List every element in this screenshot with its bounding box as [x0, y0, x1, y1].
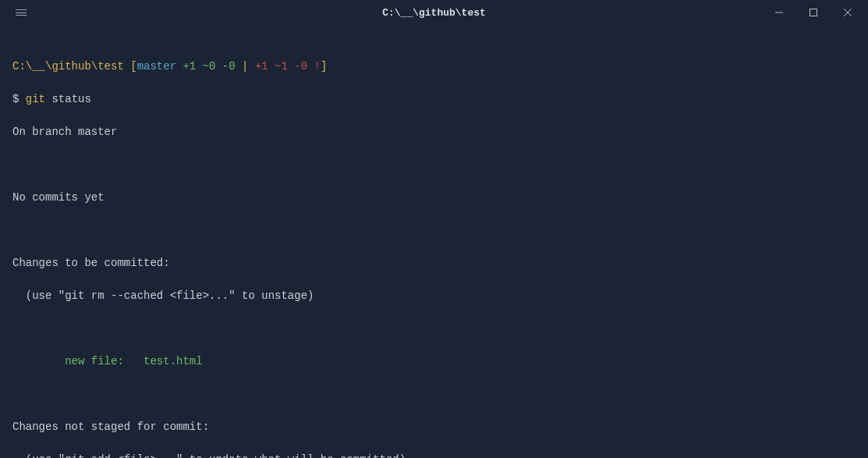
- minimize-button[interactable]: [762, 1, 796, 24]
- hamburger-icon[interactable]: [11, 5, 31, 20]
- out-nocommits: No commits yet: [12, 192, 856, 203]
- prompt-unstaged: +1 ~1 -0 !: [248, 60, 320, 73]
- blank-line: [12, 389, 856, 399]
- out-changes-notstaged: Changes not staged for commit:: [12, 421, 856, 432]
- window-title: C:\__\github\test: [382, 7, 486, 19]
- window-titlebar: C:\__\github\test: [0, 0, 868, 25]
- svg-rect-0: [810, 9, 817, 16]
- prompt-line: C:\__\github\test [master +1 ~0 -0 | +1 …: [12, 61, 856, 72]
- terminal-area[interactable]: C:\__\github\test [master +1 ~0 -0 | +1 …: [0, 25, 868, 458]
- out-use-add-update: (use "git add <file>..." to update what …: [12, 454, 856, 458]
- out-use-rm: (use "git rm --cached <file>..." to unst…: [12, 290, 856, 301]
- out-newfile: new file: test.html: [12, 356, 856, 367]
- maximize-button[interactable]: [796, 1, 831, 24]
- prompt-path: C:\__\github\test: [12, 60, 124, 73]
- prompt-branch: master: [137, 60, 176, 73]
- out-changes-committed: Changes to be committed:: [12, 257, 856, 268]
- prompt-open-bracket: [: [124, 60, 137, 73]
- titlebar-left: [3, 5, 31, 20]
- prompt-symbol: $: [12, 93, 26, 105]
- prompt-staged: +1 ~0 -0: [176, 60, 242, 73]
- cmd-status: status: [51, 93, 90, 105]
- blank-line: [12, 225, 856, 236]
- out-branch: On branch master: [12, 126, 856, 137]
- newfile-name: test.html: [143, 355, 203, 367]
- close-button[interactable]: [831, 1, 865, 24]
- blank-line: [12, 159, 856, 170]
- cmd-git: git: [26, 93, 52, 105]
- prompt-close-bracket: ]: [321, 60, 327, 73]
- window-controls: [762, 1, 865, 24]
- command-line: $ git status: [12, 94, 856, 105]
- newfile-label: new file:: [12, 355, 143, 367]
- blank-line: [12, 323, 856, 334]
